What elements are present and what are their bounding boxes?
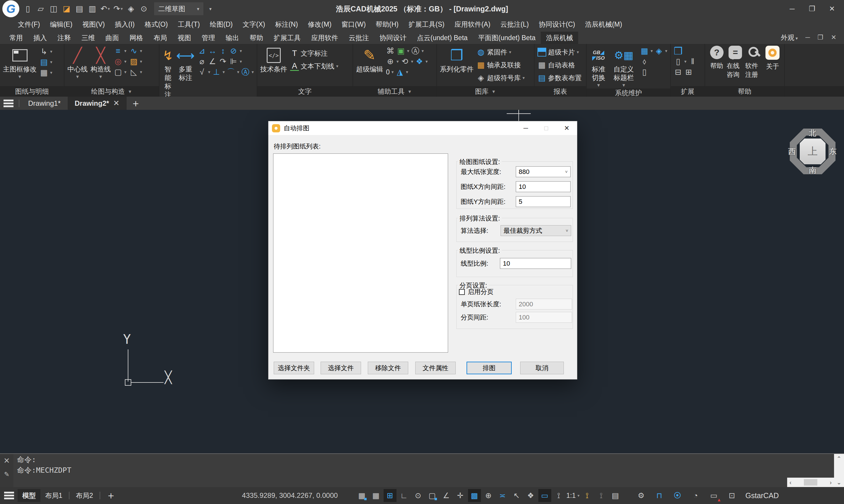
snap-mode-toggle[interactable]: ⊞ [384,489,397,502]
rotate-icon[interactable]: ⟲ [401,56,409,67]
menu-applications[interactable]: 应用软件(A) [450,18,495,31]
tab-common[interactable]: 常用 [4,32,28,44]
workspace-switcher[interactable]: 二维草图 ▾ [154,2,204,15]
tab-help[interactable]: 帮助 [244,32,268,44]
cancel-button[interactable]: 取消 [520,362,564,374]
linetype-scale-input[interactable] [500,258,571,269]
leader-dim-icon[interactable]: ⌀ [197,56,206,67]
angular-dim-icon[interactable]: ⊿ [197,46,206,56]
annotation-visibility-toggle[interactable]: ⟟ [581,489,594,502]
customize-toolbar-icon[interactable]: ▾ [209,6,212,12]
edit-command-icon[interactable]: ✎ [4,471,10,478]
unlock-icon[interactable]: ⊓ [653,489,666,502]
auto-table-button[interactable]: ▦ 自动表格 [538,58,582,71]
drawing-canvas[interactable]: Y ╳ 上 北 南 东 西 自动排图 ─ □ ✕ 待 [0,110,844,453]
main-frame-edit-button[interactable]: 主图框修改 ▼ [3,46,37,80]
find-text-icon[interactable]: Ⓐ [411,46,420,56]
panel-label-library[interactable]: 图库▼ [437,86,534,97]
ribbon-panel-icon[interactable]: ❐ [817,34,824,41]
new-layout-button[interactable]: ＋ [106,489,116,502]
menu-dimension[interactable]: 标注(N) [270,18,303,31]
isolate-bulb-icon[interactable]: ⦿ [671,489,684,502]
menu-help[interactable]: 帮助(H) [371,18,404,31]
scroll-down-icon[interactable]: ⌄ [837,479,842,486]
grid-toggle[interactable]: ▦ [370,489,383,502]
scroll-right-icon[interactable]: › [830,479,832,486]
performance-gauge-icon[interactable]: ◔ [689,489,702,502]
view-cube-south[interactable]: 南 [809,165,816,176]
annotation-scale-dropdown[interactable]: 1:1▾ [566,492,580,500]
plot-icon[interactable]: ▤ [74,3,85,15]
tab-pointcloud[interactable]: 点云(undet) Beta [412,32,473,44]
excel-export-icon[interactable]: ▣ [397,46,405,56]
view-cube[interactable]: 上 北 南 东 西 [790,129,836,174]
file-properties-button[interactable]: 文件属性 [415,362,456,374]
super-edit-button[interactable]: ✎ 超级编辑 [356,46,383,73]
view-cube-west[interactable]: 西 [788,146,796,157]
menu-cloud-markup[interactable]: 云批注(L) [495,18,534,31]
tab-layout[interactable]: 布局 [148,32,172,44]
diameter-dim-icon[interactable]: ⊘ [229,46,238,56]
tab-applications[interactable]: 应用软件 [306,32,344,44]
graphics-warning-icon[interactable]: ▭▲ [707,489,720,502]
tab-cloud-markup[interactable]: 云批注 [344,32,374,44]
horizontal-dim-icon[interactable]: ↔ [208,46,217,56]
bend-line-icon[interactable]: ⌒ [227,67,235,77]
panel-label-text[interactable]: 文字 [257,86,353,97]
split-h-icon[interactable]: ⊟ [674,67,683,77]
table-settings-icon[interactable]: ▦ [640,46,649,56]
restore-button[interactable]: ❐ [807,5,817,13]
drawing-tabs-menu-icon[interactable] [3,100,14,107]
standard-switch-button[interactable]: GB◢ ◤ISO 标准切换 ▼ [590,46,608,88]
view-cube-top-face[interactable]: 上 [800,139,826,164]
object-snap-toggle[interactable]: ▢ [426,489,439,502]
tab-mesh[interactable]: 网格 [124,32,148,44]
rectangle-button[interactable]: ▢▾ [114,67,127,77]
angle-snap-toggle[interactable]: ∠ [440,489,453,502]
print-preview-icon[interactable]: ▥ [87,3,98,15]
multi-dimension-button[interactable]: ⟷ 多重 标注 [176,46,195,82]
snap-tracking-toggle[interactable]: ✛ [454,489,467,502]
dialog-minimize-button[interactable]: ─ [515,121,536,135]
box-icon[interactable]: ❒ [674,46,683,56]
fullscreen-icon[interactable]: ⊡ [726,489,739,502]
minimize-button[interactable]: ─ [787,5,797,13]
wave-line-button[interactable]: ∿▾ [129,46,142,56]
ribbon-minimize-icon[interactable]: ─ [805,34,810,41]
open-folder-icon[interactable]: ▱ [35,3,46,15]
settings-gear-icon[interactable]: ⚙ [635,489,648,502]
enable-paging-checkbox[interactable] [459,289,465,295]
tab-output[interactable]: 输出 [221,32,244,44]
vertical-dim-icon[interactable]: ↕ [218,46,227,56]
menu-draw[interactable]: 绘图(D) [205,18,238,31]
tab-express-tools[interactable]: 扩展工具 [268,32,306,44]
tab-planview[interactable]: 平面图(undet) Beta [473,32,541,44]
layer-count-dropdown[interactable]: 0 ▾ ◮ ▾ [386,67,428,77]
menu-modify[interactable]: 修改(M) [303,18,336,31]
ribbon-pin-icon[interactable]: ✕ [831,34,837,41]
panel-label-sheet-detail[interactable]: 图纸与明细 [0,86,64,97]
auto-annotation-toggle[interactable]: ⟟ [595,489,608,502]
close-button[interactable]: ✕ [827,5,837,13]
chamfer-button[interactable]: ◺▾ [129,67,142,77]
menu-view[interactable]: 视图(V) [77,18,110,31]
panel-label-reports[interactable]: 报表 [534,86,586,97]
ortho-toggle[interactable]: ∟ [398,489,410,502]
arc-leader-icon[interactable]: ↷ [218,56,227,67]
center-target-button[interactable]: ◎▾ [114,56,127,67]
register-button[interactable]: 软件注册 [745,46,763,79]
menu-tools[interactable]: 工具(T) [173,18,205,31]
bearings-button[interactable]: ▦ 轴承及联接 [476,58,525,71]
serial-parts-button[interactable]: ❒ 系列化零件 [440,46,474,73]
annotation-person-icon[interactable]: ⟟ [552,489,565,502]
snap-toggle[interactable]: ▦ [355,489,368,502]
sheet-set-icon[interactable]: ◈ [125,3,137,15]
menu-file[interactable]: 文件(F) [13,18,45,31]
redo-icon[interactable]: ↷▾ [112,3,124,15]
drawing-tab-2[interactable]: Drawing2* ✕ [68,97,127,110]
tolerance-icon[interactable]: ⊥ [212,67,221,77]
scroll-left-icon[interactable]: ‹ [790,479,792,486]
tab-mechanical[interactable]: 浩辰机械 [541,32,578,44]
scrollbar-thumb[interactable] [804,479,817,486]
roughness-icon[interactable]: √ [197,67,206,77]
